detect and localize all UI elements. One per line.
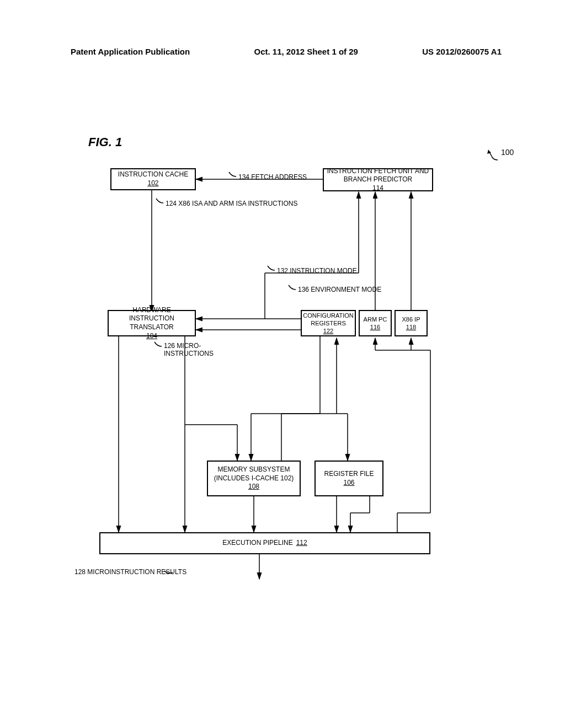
pipeline-ref: 112	[296, 539, 307, 548]
memory-ref: 108	[248, 483, 259, 491]
pipeline-label: EXECUTION PIPELINE	[222, 539, 292, 548]
memory-box: MEMORY SUBSYSTEM (INCLUDES I-CACHE 102) …	[207, 461, 301, 496]
header-right: US 2012/0260075 A1	[422, 47, 502, 56]
x86-ip-ref: 118	[406, 323, 416, 331]
micro-instr-label: 126 MICRO- INSTRUCTIONS	[164, 342, 214, 358]
register-file-box: REGISTER FILE 106	[315, 461, 383, 496]
register-file-ref: 106	[343, 479, 354, 488]
env-mode-label: 136 ENVIRONMENT MODE	[298, 286, 381, 293]
translator-label: HARDWARE INSTRUCTION TRANSLATOR	[111, 306, 193, 332]
x86-ip-box: X86 IP 118	[395, 310, 428, 336]
arm-pc-ref: 116	[370, 323, 380, 331]
arm-pc-box: ARM PC 116	[359, 310, 392, 336]
figure-label: FIG. 1	[88, 135, 122, 149]
memory-label2: (INCLUDES I-CACHE 102)	[214, 474, 294, 483]
pipeline-box: EXECUTION PIPELINE 112	[99, 532, 430, 554]
micro-results-label: 128 MICROINSTRUCTION RESULTS	[74, 568, 186, 576]
instruction-cache-ref: 102	[147, 179, 158, 188]
ref-100-text: 100	[501, 148, 514, 157]
header-left: Patent Application Publication	[71, 47, 190, 56]
memory-label1: MEMORY SUBSYSTEM	[218, 465, 290, 474]
config-reg-label: CONFIGURATION REGISTERS	[303, 312, 353, 328]
instruction-cache-label: INSTRUCTION CACHE	[118, 170, 188, 179]
x86-ip-label: X86 IP	[402, 315, 420, 323]
fetch-addr-label: 134 FETCH ADDRESS	[238, 173, 307, 181]
block-diagram: 100	[88, 154, 486, 607]
x86-arm-label: 124 X86 ISA AND ARM ISA INSTRUCTIONS	[166, 200, 297, 207]
register-file-label: REGISTER FILE	[324, 470, 374, 479]
instruction-cache-box: INSTRUCTION CACHE 102	[110, 168, 196, 190]
fetch-unit-label: INSTRUCTION FETCH UNIT AND BRANCH PREDIC…	[326, 167, 430, 184]
hook-100	[486, 149, 502, 163]
config-reg-ref: 122	[323, 327, 333, 335]
fetch-unit-box: INSTRUCTION FETCH UNIT AND BRANCH PREDIC…	[323, 168, 433, 191]
fetch-unit-ref: 114	[372, 184, 383, 192]
arm-pc-label: ARM PC	[364, 315, 387, 323]
translator-ref: 104	[146, 332, 157, 341]
translator-box: HARDWARE INSTRUCTION TRANSLATOR 104	[108, 310, 196, 336]
instr-mode-label: 132 INSTRUCTION MODE	[277, 267, 357, 275]
header-center: Oct. 11, 2012 Sheet 1 of 29	[254, 47, 358, 56]
config-reg-box: CONFIGURATION REGISTERS 122	[301, 310, 356, 336]
